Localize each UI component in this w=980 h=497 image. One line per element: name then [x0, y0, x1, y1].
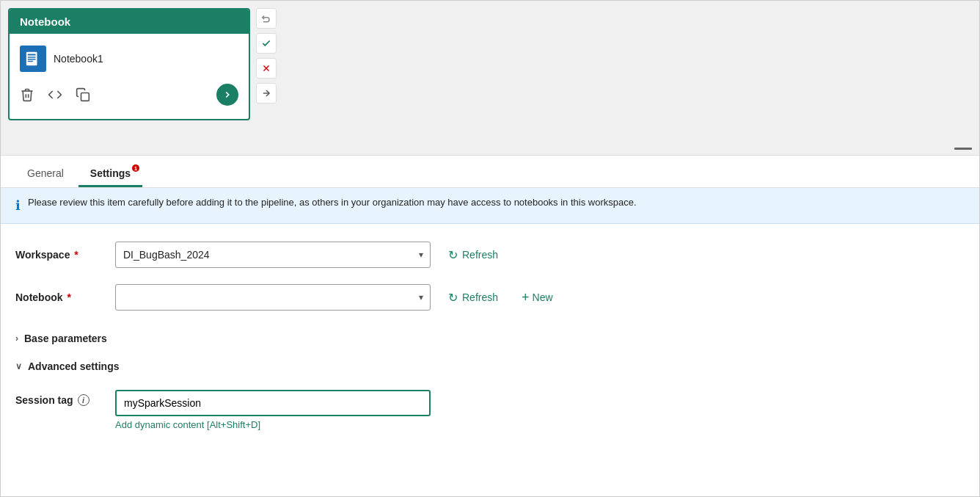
notebook-item: Notebook1	[20, 41, 238, 76]
advanced-settings-section: ∨ Advanced settings	[15, 355, 965, 378]
svg-rect-2	[28, 57, 36, 57]
settings-tab-badge: 1	[132, 164, 139, 172]
confirm-button[interactable]	[256, 33, 277, 54]
form-area: Workspace * DI_BugBash_2024 ▾ ↻ Refresh …	[1, 224, 979, 442]
code-icon[interactable]	[48, 87, 62, 102]
notebook-new-button[interactable]: + New	[516, 288, 559, 307]
svg-rect-1	[28, 54, 36, 56]
delete-icon[interactable]	[20, 87, 34, 102]
session-input-wrapper: Add dynamic content [Alt+Shift+D]	[115, 390, 431, 430]
session-tag-label: Session tag i	[15, 390, 103, 406]
main-panel: General Settings 1 ℹ Please review this …	[1, 155, 979, 496]
workspace-refresh-button[interactable]: ↻ Refresh	[442, 245, 504, 265]
workspace-row: Workspace * DI_BugBash_2024 ▾ ↻ Refresh	[15, 242, 965, 268]
notebook-refresh-icon: ↻	[448, 291, 458, 305]
base-parameters-header[interactable]: › Base parameters	[15, 327, 965, 350]
notebook-card-body: Notebook1	[10, 34, 249, 119]
dynamic-content-link[interactable]: Add dynamic content [Alt+Shift+D]	[115, 419, 431, 430]
base-parameters-chevron-icon: ›	[15, 333, 18, 344]
workspace-select-wrapper: DI_BugBash_2024 ▾	[115, 242, 431, 268]
notebook-select[interactable]	[115, 284, 431, 311]
svg-rect-4	[28, 61, 33, 62]
minimize-bar	[954, 148, 972, 150]
notebook-required-star: *	[65, 291, 71, 303]
new-plus-icon: +	[522, 291, 530, 304]
notebook-refresh-button[interactable]: ↻ Refresh	[442, 288, 504, 308]
outer-container: Notebook Notebook1	[0, 0, 980, 497]
notebook-card: Notebook Notebook1	[8, 8, 250, 120]
notebook-actions	[20, 76, 238, 109]
tab-general[interactable]: General	[15, 162, 76, 187]
workspace-label: Workspace *	[15, 249, 103, 261]
info-banner: ℹ Please review this item carefully befo…	[1, 188, 979, 224]
session-tag-row: Session tag i Add dynamic content [Alt+S…	[15, 390, 965, 430]
notebook-file-icon	[20, 46, 46, 72]
notebook-item-name: Notebook1	[54, 53, 103, 65]
base-parameters-section: › Base parameters	[15, 327, 965, 350]
notebook-select-wrapper: ▾	[115, 284, 431, 311]
advanced-settings-header[interactable]: ∨ Advanced settings	[15, 355, 965, 378]
advanced-settings-chevron-icon: ∨	[15, 361, 22, 371]
cancel-button[interactable]	[256, 58, 277, 79]
workspace-refresh-icon: ↻	[448, 248, 458, 262]
workspace-required-star: *	[71, 249, 78, 261]
go-icon[interactable]	[216, 84, 238, 106]
svg-rect-5	[81, 93, 89, 101]
undo-button[interactable]	[256, 8, 277, 29]
svg-rect-3	[28, 59, 36, 59]
copy-icon[interactable]	[76, 87, 90, 102]
sidebar-arrows	[256, 8, 277, 104]
session-tag-input[interactable]	[115, 390, 431, 416]
notebook-row: Notebook * ▾ ↻ Refresh + New	[15, 284, 965, 311]
tab-settings[interactable]: Settings 1	[78, 162, 142, 187]
session-tag-info-icon[interactable]: i	[78, 394, 89, 406]
notebook-card-header: Notebook	[10, 10, 249, 34]
tabs-bar: General Settings 1	[1, 156, 979, 188]
workspace-select[interactable]: DI_BugBash_2024	[115, 242, 431, 268]
notebook-label: Notebook *	[15, 291, 103, 303]
forward-button[interactable]	[256, 83, 277, 104]
info-icon: ℹ	[15, 196, 21, 216]
